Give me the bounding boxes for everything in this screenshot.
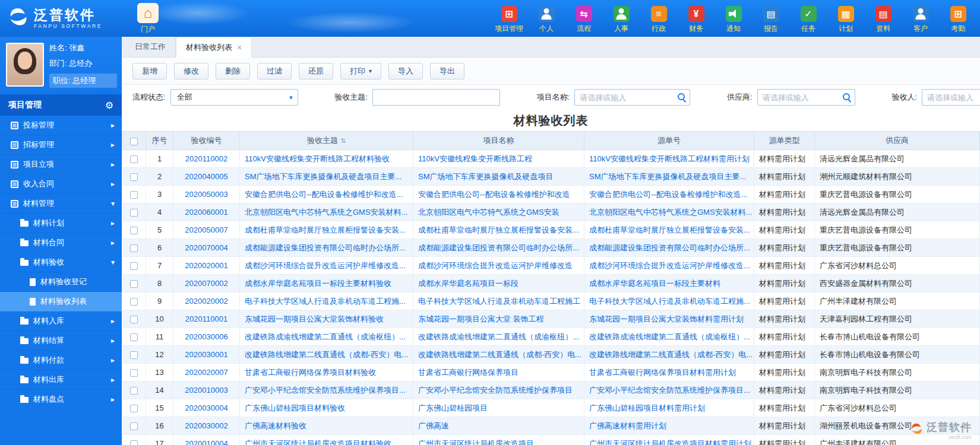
nav-task[interactable]: ✓任务: [794, 6, 823, 34]
sidebar-item-material-management[interactable]: 材料管理▾: [0, 194, 122, 214]
delete-button[interactable]: 删除: [216, 63, 250, 80]
cell-source[interactable]: 东城花园一期项目公寓大堂装饰材料需用计划: [584, 310, 754, 328]
cell-code[interactable]: 2020050007: [173, 221, 240, 239]
cell-project[interactable]: 110kV安徽线程集变开断线路工程: [413, 150, 584, 168]
cell-project[interactable]: 改建铁路成渝线增建第二直通线（成渝枢纽）...: [413, 328, 584, 346]
cell-source[interactable]: 广安邓小平纪念馆安全防范系统维护保养项目...: [584, 382, 754, 399]
cell-code[interactable]: 2020020001: [173, 257, 240, 275]
cell-subject[interactable]: 安徽合肥供电公司--配电设备检修维护和改造...: [240, 186, 413, 204]
select-all-checkbox[interactable]: [130, 138, 138, 145]
nav-project-management[interactable]: ⊞项目管理: [494, 6, 524, 34]
supplier-input[interactable]: [757, 89, 855, 106]
import-button[interactable]: 导入: [388, 63, 423, 80]
cell-project[interactable]: 广州市天河区统计局机房改造项目: [413, 435, 584, 445]
cell-code[interactable]: 2020030004: [173, 399, 240, 417]
nav-notice[interactable]: 通知: [719, 6, 748, 34]
row-checkbox[interactable]: [130, 405, 138, 412]
cell-code[interactable]: 2020030006: [173, 328, 240, 346]
cell-source[interactable]: 成都能源建设集团投资有限公司临时办公场所...: [584, 239, 754, 257]
cell-source[interactable]: 改建铁路线增建第二线直通线（成都-西安）电...: [584, 346, 754, 364]
cell-source[interactable]: 成都水岸华庭名苑项目一标段主要材料: [584, 275, 754, 293]
cell-source[interactable]: 甘肃省工商银行网络保养项目材料需用计划: [584, 364, 754, 382]
cell-subject[interactable]: 成都杜甫草堂临时展厅独立展柜报警设备安装...: [240, 221, 413, 239]
sort-icon[interactable]: ⇅: [340, 137, 346, 144]
cell-source[interactable]: 成都沙河环境综合提升改造运河护岸维修改造...: [584, 257, 754, 275]
cell-project[interactable]: 成都水岸华庭名苑项目一标段: [413, 275, 584, 293]
cell-code[interactable]: 2020110002: [173, 150, 240, 168]
sidebar-item-material-inbound[interactable]: 材料入库▸: [0, 312, 122, 331]
nav-customer[interactable]: 客户: [906, 6, 935, 34]
nav-finance[interactable]: ¥财务: [681, 6, 711, 34]
cell-code[interactable]: 2020030002: [173, 417, 240, 435]
cell-subject[interactable]: 成都沙河环境综合提升改造运河护岸维修改造...: [240, 257, 413, 275]
cell-source[interactable]: 110kV安徽线程集变开断线路工程材料需用计划: [584, 150, 754, 168]
row-checkbox[interactable]: [130, 280, 138, 288]
cell-project[interactable]: 成都沙河环境综合提升改造运河护岸维修改造: [413, 257, 584, 275]
tab-material-acceptance-list[interactable]: 材料验收列表×: [176, 37, 252, 58]
sidebar-item-material-payment[interactable]: 材料付款▸: [0, 351, 122, 370]
sidebar-item-material-contract[interactable]: 材料合同▸: [0, 233, 122, 253]
cell-subject[interactable]: SM广场地下车库更换摄像机及硬盘项目主要...: [240, 168, 413, 186]
cell-source[interactable]: 电子科技大学区域人行道及非机动车道工程施...: [584, 293, 754, 310]
cell-project[interactable]: SM广场地下车库更换摄像机及硬盘项目: [413, 168, 584, 186]
cell-code[interactable]: 2020030001: [173, 346, 240, 364]
print-button[interactable]: 打印▾: [340, 63, 381, 80]
sidebar-item-tender-management[interactable]: 招标管理▸: [0, 135, 122, 155]
row-checkbox[interactable]: [130, 262, 138, 270]
sidebar-item-material-acceptance-register[interactable]: 材料验收登记: [0, 272, 122, 292]
row-checkbox[interactable]: [130, 351, 138, 359]
portal-button[interactable]: ⌂ 门户: [137, 3, 159, 34]
row-checkbox[interactable]: [130, 298, 138, 306]
cell-subject[interactable]: 成都水岸华庭名苑项目一标段主要材料验收: [240, 275, 413, 293]
cell-subject[interactable]: 成都能源建设集团投资有限公司临时办公场所...: [240, 239, 413, 257]
cell-project[interactable]: 电子科技大学区域人行道及非机动车道工程施工: [413, 293, 584, 310]
acceptor-input[interactable]: [922, 89, 980, 106]
cell-source[interactable]: 安徽合肥供电公司--配电设备检修维护和改造...: [584, 186, 754, 204]
cell-project[interactable]: 北京朝阳区电气中芯特气系统之GMS安装: [413, 204, 584, 221]
process-status-select[interactable]: 全部 ▾: [170, 89, 298, 106]
cell-code[interactable]: 2020020002: [173, 293, 240, 310]
cell-code[interactable]: 2020110001: [173, 310, 240, 328]
sidebar-item-income-contract[interactable]: 收入合同▸: [0, 174, 122, 194]
row-checkbox[interactable]: [130, 422, 138, 430]
cell-project[interactable]: 安徽合肥供电公司--配电设备检修维护和改造: [413, 186, 584, 204]
cell-subject[interactable]: 改建铁路成渝线增建第二直通线（成渝枢纽）...: [240, 328, 413, 346]
cell-project[interactable]: 改建铁路线增建第二线直通线（成都-西安）电...: [413, 346, 584, 364]
export-button[interactable]: 导出: [430, 63, 464, 80]
cell-source[interactable]: 广州市天河区统计局机房改造项目材料需用计划: [584, 435, 754, 445]
cell-subject[interactable]: 甘肃省工商银行网络保养项目材料验收: [240, 364, 413, 382]
row-checkbox[interactable]: [130, 333, 138, 341]
cell-project[interactable]: 东城花园一期项目公寓大堂 装饰工程: [413, 310, 584, 328]
row-checkbox[interactable]: [130, 209, 138, 217]
add-button[interactable]: 新增: [132, 63, 167, 80]
row-checkbox[interactable]: [130, 191, 138, 199]
cell-code[interactable]: 2020010003: [173, 382, 240, 399]
nav-report[interactable]: ▤报告: [756, 6, 786, 34]
cell-source[interactable]: 广佛高速材料需用计划: [584, 417, 754, 435]
cell-subject[interactable]: 广佛高速材料验收: [240, 417, 413, 435]
cell-subject[interactable]: 广东佛山碧桂园项目材料验收: [240, 399, 413, 417]
cell-subject[interactable]: 110kV安徽线程集变开断线路工程材料验收: [240, 150, 413, 168]
cell-project[interactable]: 广安邓小平纪念馆安全防范系统维护保养项目: [413, 382, 584, 399]
nav-plan[interactable]: ▦计划: [831, 6, 861, 34]
nav-personal[interactable]: 个人: [532, 6, 561, 34]
gear-icon[interactable]: ⚙: [105, 100, 113, 111]
row-checkbox[interactable]: [130, 173, 138, 181]
nav-workflow[interactable]: ⇆流程: [569, 6, 599, 34]
close-icon[interactable]: ×: [237, 43, 242, 52]
cell-project[interactable]: 成都杜甫草堂临时展厅独立展柜报警设备安装...: [413, 221, 584, 239]
cell-code[interactable]: 2020050003: [173, 186, 240, 204]
row-checkbox[interactable]: [130, 387, 138, 395]
cell-subject[interactable]: 广安邓小平纪念馆安全防范系统维护保养项目...: [240, 382, 413, 399]
tab-daily-work[interactable]: 日常工作: [125, 37, 176, 57]
cell-code[interactable]: 2020060001: [173, 204, 240, 221]
row-checkbox[interactable]: [130, 369, 138, 377]
cell-subject[interactable]: 电子科技大学区域人行道及非机动车道工程施...: [240, 293, 413, 310]
filter-button[interactable]: 过滤: [257, 63, 292, 80]
project-input[interactable]: [574, 89, 690, 106]
subject-input[interactable]: [372, 89, 500, 106]
cell-source[interactable]: 改建铁路成渝线增建第二直通线（成渝枢纽）...: [584, 328, 754, 346]
cell-source[interactable]: SM广场地下车库更换摄像机及硬盘项目主要...: [584, 168, 754, 186]
cell-project[interactable]: 广佛高速: [413, 417, 584, 435]
restore-button[interactable]: 还原: [299, 63, 333, 80]
